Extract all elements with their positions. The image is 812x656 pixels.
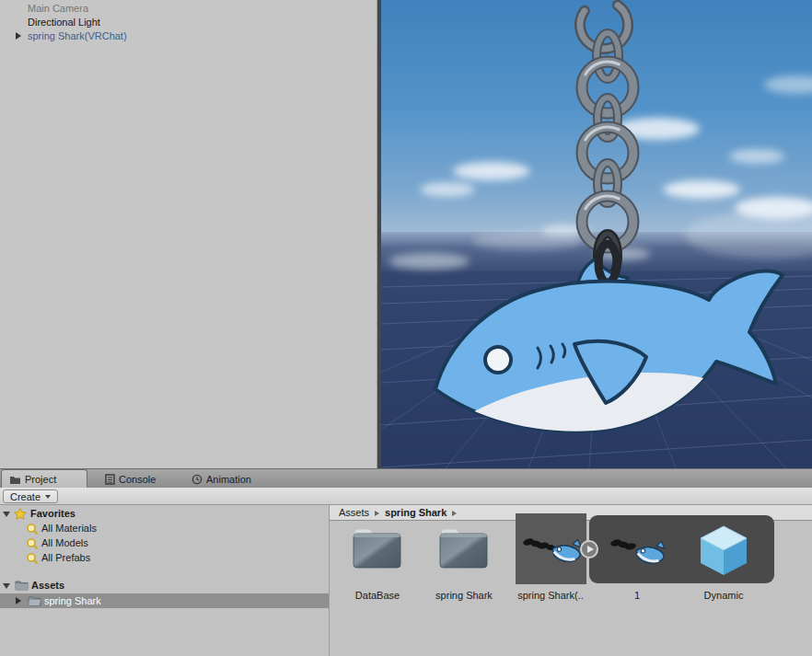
create-button[interactable]: Create bbox=[3, 489, 58, 503]
hierarchy-panel: Main Camera Directional Light spring Sha… bbox=[0, 0, 377, 468]
collapse-arrow-icon[interactable] bbox=[3, 512, 10, 517]
asset-grid-pane: Assetsspring Shark DataBase sprin bbox=[330, 505, 812, 656]
search-icon bbox=[26, 552, 39, 569]
asset-spring-shark-folder[interactable] bbox=[437, 525, 490, 573]
hierarchy-item-label: Main Camera bbox=[28, 1, 88, 16]
tree-item-label: Favorites bbox=[30, 506, 75, 521]
expand-arrow-icon bbox=[587, 546, 594, 553]
tab-project[interactable]: Project bbox=[1, 469, 87, 489]
create-button-label: Create bbox=[10, 491, 41, 502]
cube-icon bbox=[697, 523, 750, 578]
expand-arrow-icon[interactable] bbox=[16, 32, 21, 40]
unity-editor-window: Main Camera Directional Light spring Sha… bbox=[0, 0, 812, 656]
asset-dynamic-material[interactable] bbox=[697, 523, 750, 580]
hierarchy-item-label: Directional Light bbox=[28, 15, 100, 29]
open-folder-icon bbox=[28, 595, 41, 610]
tree-item-label: All Materials bbox=[41, 521, 97, 535]
prefab-thumbnail bbox=[516, 513, 586, 584]
tab-console[interactable]: Console bbox=[98, 469, 163, 489]
tree-item-all-models[interactable]: All Models bbox=[0, 535, 329, 550]
project-toolbar: Create bbox=[0, 488, 812, 505]
tab-label: Animation bbox=[206, 474, 251, 485]
collapse-arrow-icon[interactable] bbox=[3, 583, 10, 589]
breadcrumb-arrow-icon bbox=[452, 511, 457, 516]
folder-large-icon bbox=[351, 525, 403, 571]
asset-label[interactable]: DataBase bbox=[337, 590, 418, 602]
dropdown-caret-icon bbox=[45, 495, 51, 499]
tab-label: Project bbox=[25, 474, 56, 485]
asset-spring-shark-prefab[interactable] bbox=[516, 513, 586, 584]
tree-item-all-prefabs[interactable]: All Prefabs bbox=[0, 550, 329, 565]
console-icon bbox=[105, 474, 115, 485]
tab-animation[interactable]: Animation bbox=[184, 469, 259, 489]
breadcrumb-root[interactable]: Assets bbox=[339, 507, 369, 518]
hierarchy-item-label: spring Shark(VRChat) bbox=[28, 29, 127, 43]
tree-item-all-materials[interactable]: All Materials bbox=[0, 521, 329, 535]
asset-model-1[interactable] bbox=[603, 523, 672, 580]
tree-item-label: spring Shark bbox=[44, 593, 101, 608]
tree-item-favorites[interactable]: Favorites bbox=[0, 506, 329, 521]
hierarchy-item-directional-light[interactable]: Directional Light bbox=[0, 15, 377, 29]
hierarchy-item-spring-shark[interactable]: spring Shark(VRChat) bbox=[0, 29, 377, 43]
breadcrumb-current[interactable]: spring Shark bbox=[385, 507, 447, 518]
folder-large-icon bbox=[437, 525, 490, 571]
asset-label[interactable]: Dynamic bbox=[686, 590, 761, 602]
asset-database-folder[interactable] bbox=[351, 525, 403, 573]
prefab-expand-button[interactable] bbox=[580, 540, 598, 558]
tree-item-assets[interactable]: Assets bbox=[0, 578, 329, 593]
tab-label: Console bbox=[119, 474, 156, 485]
folder-icon bbox=[15, 580, 29, 594]
folder-icon bbox=[9, 475, 21, 485]
tree-item-label: All Prefabs bbox=[41, 550, 90, 565]
asset-label[interactable]: 1 bbox=[600, 590, 674, 602]
model-thumbnail bbox=[603, 523, 672, 578]
tree-item-label: All Models bbox=[41, 535, 88, 550]
bottom-tab-bar: Project Console Animation bbox=[0, 468, 812, 488]
clock-icon bbox=[191, 474, 203, 485]
asset-label[interactable]: spring Shark(.. bbox=[514, 590, 587, 602]
breadcrumb-arrow-icon bbox=[375, 511, 379, 516]
expand-arrow-icon[interactable] bbox=[16, 597, 21, 604]
tree-item-spring-shark[interactable]: spring Shark bbox=[0, 593, 329, 608]
scene-view[interactable] bbox=[381, 0, 812, 468]
tree-item-label: Assets bbox=[31, 578, 64, 593]
asset-label[interactable]: spring Shark bbox=[423, 590, 505, 602]
project-tree-pane: Favorites All Materials All Models All P… bbox=[0, 505, 329, 656]
hierarchy-item-main-camera[interactable]: Main Camera bbox=[0, 1, 377, 16]
